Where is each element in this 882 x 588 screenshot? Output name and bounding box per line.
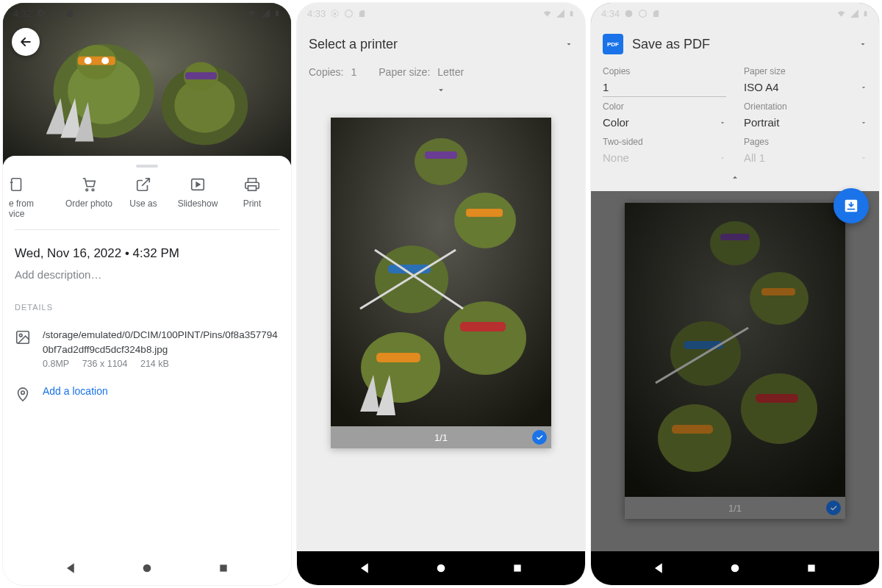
screen-save-pdf: 4:34 PDF Save as PDF Copies 1 Paper siz bbox=[591, 3, 879, 585]
copies-label: Copies bbox=[603, 66, 726, 76]
add-description[interactable]: Add description… bbox=[15, 268, 279, 281]
delete-icon bbox=[9, 176, 25, 193]
chevron-down-icon bbox=[719, 154, 726, 162]
print-settings-summary: Copies:1 Paper size:Letter bbox=[309, 62, 573, 82]
svg-point-20 bbox=[19, 334, 22, 337]
chevron-down-icon bbox=[860, 119, 867, 126]
sd-icon bbox=[358, 9, 366, 18]
page-footer: 1/1 bbox=[331, 426, 551, 448]
google-icon bbox=[344, 9, 354, 18]
svg-point-41 bbox=[437, 564, 445, 573]
clock: 4:33 bbox=[307, 8, 326, 19]
screen-print-select: 4:33 Select a printer Copies:1 Paper siz… bbox=[297, 3, 585, 585]
pages-select: All 1 bbox=[744, 147, 867, 168]
tmnt-illustration bbox=[3, 3, 291, 165]
svg-point-5 bbox=[85, 57, 92, 65]
print-icon bbox=[244, 176, 260, 193]
battery-icon bbox=[862, 8, 869, 19]
svg-point-15 bbox=[86, 189, 88, 191]
orientation-label: Orientation bbox=[744, 101, 867, 112]
print-preview-area: 1/1 bbox=[591, 191, 879, 551]
svg-rect-42 bbox=[514, 564, 520, 571]
svg-rect-4 bbox=[78, 57, 115, 65]
nav-back[interactable] bbox=[357, 560, 373, 576]
svg-point-43 bbox=[625, 10, 633, 17]
action-row: e from vice Order photo Use as Slideshow… bbox=[15, 173, 279, 230]
image-icon bbox=[15, 329, 31, 345]
action-label: e from vice bbox=[9, 198, 34, 219]
detail-location[interactable]: Add a location bbox=[15, 385, 279, 403]
google-icon bbox=[638, 9, 648, 18]
nav-recents[interactable] bbox=[509, 560, 526, 576]
copies-input[interactable]: 1 bbox=[603, 76, 726, 97]
color-select[interactable]: Color bbox=[603, 112, 726, 132]
status-bar: 4:33 bbox=[297, 3, 585, 24]
svg-point-52 bbox=[741, 373, 817, 444]
svg-point-27 bbox=[415, 138, 467, 185]
signal-icon bbox=[260, 8, 270, 18]
printer-selector[interactable]: Select a printer bbox=[309, 26, 573, 62]
svg-rect-28 bbox=[425, 151, 457, 159]
paper-select[interactable]: ISO A4 bbox=[744, 76, 867, 97]
action-use-as[interactable]: Use as bbox=[116, 176, 171, 219]
collapse-settings[interactable] bbox=[603, 168, 867, 185]
battery-icon bbox=[273, 7, 281, 19]
page-indicator: 1/1 bbox=[728, 503, 742, 514]
add-location-link[interactable]: Add a location bbox=[43, 385, 108, 397]
nav-recents[interactable] bbox=[215, 560, 232, 576]
svg-rect-18 bbox=[248, 186, 257, 190]
color-label: Color bbox=[603, 101, 726, 112]
svg-point-44 bbox=[639, 10, 647, 17]
svg-point-31 bbox=[375, 245, 448, 313]
action-delete[interactable]: e from vice bbox=[7, 176, 62, 219]
nav-recents[interactable] bbox=[803, 560, 820, 576]
clock: 4:34 bbox=[601, 8, 620, 19]
action-slideshow[interactable]: Slideshow bbox=[171, 176, 225, 219]
destination-label: Save as PDF bbox=[632, 37, 710, 52]
nav-home[interactable] bbox=[433, 560, 449, 576]
page-footer: 1/1 bbox=[625, 497, 845, 519]
nav-home[interactable] bbox=[139, 560, 155, 576]
settings-icon bbox=[36, 8, 46, 18]
page-selected-check[interactable] bbox=[826, 501, 841, 515]
page-indicator: 1/1 bbox=[434, 432, 448, 443]
save-pdf-fab[interactable] bbox=[833, 188, 869, 223]
svg-point-21 bbox=[21, 391, 25, 395]
status-bar: 4:32 bbox=[3, 3, 291, 24]
chevron-down-icon bbox=[564, 40, 573, 49]
svg-point-48 bbox=[750, 272, 808, 325]
pdf-icon: PDF bbox=[603, 34, 623, 54]
action-print[interactable]: Print bbox=[225, 176, 279, 219]
wifi-icon bbox=[542, 9, 553, 18]
page-selected-check[interactable] bbox=[532, 430, 547, 445]
svg-rect-10 bbox=[185, 72, 217, 79]
sd-icon bbox=[65, 8, 74, 18]
destination-selector[interactable]: PDF Save as PDF bbox=[603, 28, 867, 60]
expand-settings[interactable] bbox=[309, 82, 573, 103]
photo-datetime: Wed, Nov 16, 2022 • 4:32 PM bbox=[15, 246, 279, 261]
action-label: Use as bbox=[129, 198, 157, 209]
nav-back[interactable] bbox=[651, 560, 667, 576]
back-button[interactable] bbox=[12, 28, 40, 56]
signal-icon bbox=[850, 9, 859, 18]
nav-home[interactable] bbox=[727, 560, 743, 576]
svg-rect-47 bbox=[720, 234, 750, 240]
drag-handle[interactable] bbox=[136, 165, 158, 168]
details-header: DETAILS bbox=[15, 303, 279, 312]
chevron-down-icon bbox=[860, 154, 867, 162]
action-order-photo[interactable]: Order photo bbox=[62, 176, 116, 219]
print-header: Select a printer Copies:1 Paper size:Let… bbox=[297, 24, 585, 103]
nav-back[interactable] bbox=[63, 560, 79, 576]
chevron-down-icon bbox=[719, 119, 726, 126]
action-label: Print bbox=[243, 198, 262, 209]
file-mp: 0.8MP bbox=[43, 359, 69, 369]
page-preview[interactable]: 1/1 bbox=[331, 118, 551, 448]
page-preview[interactable]: 1/1 bbox=[625, 203, 845, 519]
location-icon bbox=[15, 387, 31, 403]
orientation-select[interactable]: Portrait bbox=[744, 112, 867, 132]
svg-rect-14 bbox=[12, 179, 21, 191]
photo-hero-area: 4:32 bbox=[3, 3, 291, 165]
open-external-icon bbox=[135, 176, 151, 193]
file-size: 214 kB bbox=[140, 359, 169, 369]
tmnt-illustration bbox=[625, 203, 845, 497]
